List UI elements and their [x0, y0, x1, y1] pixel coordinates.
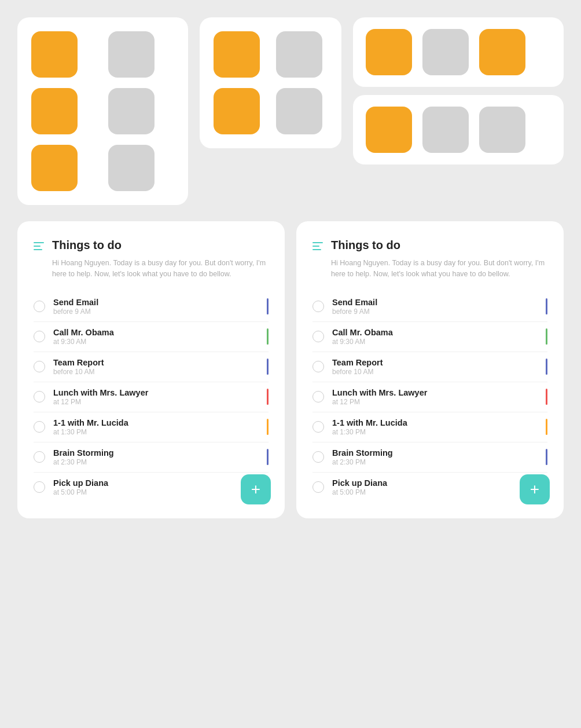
todo-name: Pick up Diana: [53, 478, 259, 488]
todo-radio[interactable]: [312, 481, 324, 493]
todo-name: Team Report: [332, 358, 538, 367]
todo-item: Call Mr. Obama at 9:30 AM: [34, 322, 269, 352]
todo-title-2: Things to do: [331, 239, 400, 252]
icon-grid-2x3: [31, 31, 174, 191]
todo-time: at 2:30 PM: [53, 458, 259, 466]
todo-time: at 9:30 AM: [53, 338, 259, 346]
todo-radio[interactable]: [34, 301, 45, 312]
todo-item: Brain Storming at 2:30 PM: [312, 442, 547, 473]
todo-indicator: [546, 328, 547, 345]
todo-text: 1-1 with Mr. Lucida at 1:30 PM: [332, 418, 538, 436]
todo-item: 1-1 with Mr. Lucida at 1:30 PM: [312, 412, 547, 442]
todo-subtitle-2: Hi Hoang Nguyen. Today is a busy day for…: [331, 258, 547, 280]
icon-square: [108, 145, 155, 191]
icon-square: [276, 88, 322, 134]
todo-text: Send Email before 9 AM: [53, 298, 259, 316]
todo-name: Call Mr. Obama: [53, 328, 259, 337]
todo-radio[interactable]: [312, 451, 324, 463]
todo-text: Brain Storming at 2:30 PM: [332, 448, 538, 466]
todo-item: Lunch with Mrs. Lawyer at 12 PM: [312, 382, 547, 412]
icon-square: [214, 31, 260, 78]
todo-text: Call Mr. Obama at 9:30 AM: [53, 328, 259, 346]
todo-list-2: Send Email before 9 AM Call Mr. Obama at…: [312, 292, 547, 502]
todo-time: before 9 AM: [332, 308, 538, 316]
todo-item: Send Email before 9 AM: [34, 292, 269, 322]
todo-time: at 12 PM: [53, 398, 259, 406]
todo-subtitle-1: Hi Hoang Nguyen. Today is a busy day for…: [52, 258, 269, 280]
bottom-row: Things to do Hi Hoang Nguyen. Today is a…: [17, 221, 564, 518]
todo-item: Pick up Diana at 5:00 PM: [312, 473, 547, 502]
icon-square: [31, 88, 78, 134]
add-button-1[interactable]: +: [241, 474, 271, 504]
todo-item: Pick up Diana at 5:00 PM: [34, 473, 269, 502]
todo-name: Lunch with Mrs. Lawyer: [332, 388, 538, 397]
todo-radio[interactable]: [34, 451, 45, 463]
todo-radio[interactable]: [312, 421, 324, 433]
icon-square: [276, 31, 322, 78]
todo-text: Lunch with Mrs. Lawyer at 12 PM: [53, 388, 259, 406]
icon-square: [31, 31, 78, 78]
todo-radio[interactable]: [312, 391, 324, 403]
todo-item: Lunch with Mrs. Lawyer at 12 PM: [34, 382, 269, 412]
todo-item: Send Email before 9 AM: [312, 292, 547, 322]
icon-card-2: [200, 17, 341, 148]
icon-square: [31, 145, 78, 191]
filter-icon: [34, 242, 44, 250]
todo-name: 1-1 with Mr. Lucida: [332, 418, 538, 427]
todo-indicator: [267, 328, 269, 345]
todo-text: Team Report before 10 AM: [53, 358, 259, 376]
todo-name: Pick up Diana: [332, 478, 538, 488]
todo-radio[interactable]: [34, 331, 45, 342]
todo-name: Call Mr. Obama: [332, 328, 538, 337]
todo-item: Brain Storming at 2:30 PM: [34, 442, 269, 473]
todo-radio[interactable]: [34, 391, 45, 403]
todo-text: Send Email before 9 AM: [332, 298, 538, 316]
todo-indicator: [267, 449, 269, 465]
todo-header-1: Things to do: [34, 239, 269, 252]
icon-square: [479, 107, 525, 153]
todo-name: Brain Storming: [332, 448, 538, 458]
todo-radio[interactable]: [312, 361, 324, 372]
icon-square: [422, 29, 469, 75]
todo-indicator: [546, 419, 547, 435]
top-row: [17, 17, 564, 205]
todo-name: 1-1 with Mr. Lucida: [53, 418, 259, 427]
add-button-2[interactable]: +: [520, 474, 550, 504]
todo-time: at 9:30 AM: [332, 338, 538, 346]
todo-item: 1-1 with Mr. Lucida at 1:30 PM: [34, 412, 269, 442]
todo-item: Team Report before 10 AM: [312, 352, 547, 382]
todo-time: at 5:00 PM: [332, 488, 538, 496]
icon-card-3-row-2: [353, 95, 564, 164]
todo-card-2: Things to do Hi Hoang Nguyen. Today is a…: [296, 221, 564, 518]
icon-card-1: [17, 17, 188, 205]
icon-square: [108, 31, 155, 78]
todo-indicator: [546, 389, 547, 405]
todo-time: before 10 AM: [53, 368, 259, 376]
icon-card-3-row-1: [353, 17, 564, 87]
icon-card-3: [353, 17, 564, 164]
todo-card-1: Things to do Hi Hoang Nguyen. Today is a…: [17, 221, 285, 518]
todo-radio[interactable]: [34, 481, 45, 493]
todo-name: Brain Storming: [53, 448, 259, 458]
todo-time: before 9 AM: [53, 308, 259, 316]
icon-square: [422, 107, 469, 153]
icon-square: [366, 29, 412, 75]
todo-radio[interactable]: [312, 331, 324, 342]
todo-indicator: [267, 298, 269, 314]
icon-square: [108, 88, 155, 134]
todo-indicator: [546, 298, 547, 314]
todo-time: at 5:00 PM: [53, 488, 259, 496]
todo-indicator: [267, 358, 269, 375]
todo-radio[interactable]: [34, 421, 45, 433]
todo-text: Call Mr. Obama at 9:30 AM: [332, 328, 538, 346]
todo-radio[interactable]: [312, 301, 324, 312]
todo-name: Lunch with Mrs. Lawyer: [53, 388, 259, 397]
todo-header-2: Things to do: [312, 239, 547, 252]
todo-radio[interactable]: [34, 361, 45, 372]
todo-title-1: Things to do: [52, 239, 122, 252]
todo-indicator: [267, 419, 269, 435]
todo-name: Send Email: [53, 298, 259, 307]
todo-text: Team Report before 10 AM: [332, 358, 538, 376]
todo-text: Lunch with Mrs. Lawyer at 12 PM: [332, 388, 538, 406]
todo-time: at 2:30 PM: [332, 458, 538, 466]
